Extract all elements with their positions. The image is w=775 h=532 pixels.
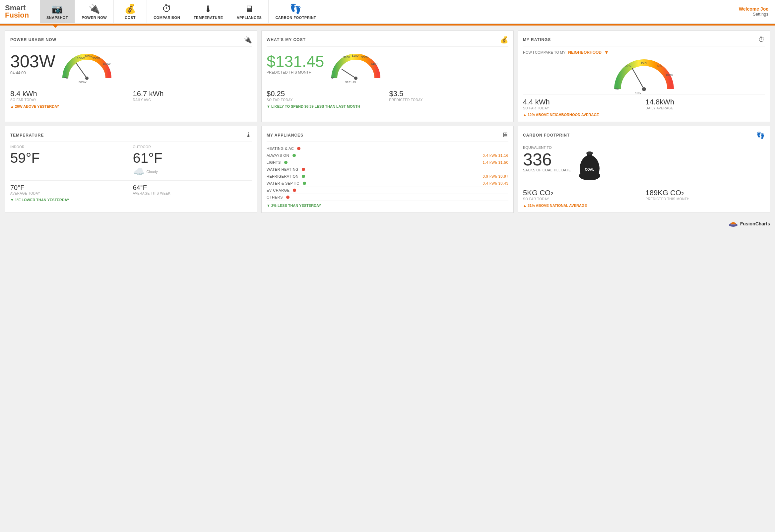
chevron-down-icon[interactable]: ▼ (604, 50, 609, 55)
nav-item-power-now[interactable]: 🔌 POWER NOW (75, 0, 114, 23)
ratings-daily-avg-value: 14.8kWh (646, 98, 765, 106)
nav-label-snapshot: SNAPSHOT (46, 16, 68, 20)
appliance-name: ALWAYS ON (267, 153, 289, 157)
svg-text:0%: 0% (615, 88, 619, 91)
carbon-so-far: 5KG CO₂ SO FAR TODAY (523, 189, 642, 201)
svg-text:$300: $300 (361, 56, 368, 59)
cost-so-far-label: SO FAR TODAY (267, 98, 386, 102)
appliances-icon: 🖥 (244, 3, 254, 14)
coal-bag-svg: COAL (576, 151, 604, 181)
ratings-daily-avg: 14.8kWh DAILY AVERAGE (646, 98, 765, 110)
power-panel-title: POWER USAGE NOW (10, 37, 56, 42)
ratings-alert: ▲ 12% ABOVE NEIGHBORHOOD AVERAGE (523, 113, 765, 117)
camera-icon: 📷 (51, 3, 63, 14)
carbon-predicted-value: 189KG CO₂ (646, 189, 765, 197)
cost-predicted-label: PREDICTED THIS MONTH (267, 70, 324, 74)
power-gauge-row: 303W 04:44:00 (10, 50, 252, 81)
appliance-dot-red (286, 196, 289, 199)
svg-text:100%: 100% (666, 73, 673, 77)
appliances-panel-icon: 🖥 (502, 131, 508, 139)
temp-avg-grid: 70°F AVERAGE TODAY 64°F AVERAGE THIS WEE… (10, 184, 252, 195)
svg-text:$200: $200 (352, 54, 358, 57)
nav-label-temperature: TEMPERATURE (194, 16, 223, 20)
list-item: OTHERS (267, 194, 508, 201)
coal-bag-container: COAL (576, 151, 604, 182)
logo: Smart Fusion (0, 1, 40, 22)
ratings-daily-avg-label: DAILY AVERAGE (646, 106, 765, 110)
appliances-panel-header: MY APPLIANCES 🖥 (267, 131, 508, 142)
nav-item-carbon[interactable]: 👣 CARBON FOOTPRINT (268, 0, 323, 23)
power-value: 303W (10, 53, 55, 70)
appliances-panel: MY APPLIANCES 🖥 HEATING & AC ALWAYS ON 0… (261, 126, 514, 213)
cost-icon: 💰 (124, 3, 136, 14)
appliance-dot-green (302, 175, 305, 178)
nav-label-comparison: COMPARISON (153, 16, 180, 20)
temp-divider (10, 180, 252, 181)
user-section: Welcome Joe Settings (732, 3, 775, 20)
carbon-number: 336 (523, 151, 571, 168)
temp-outdoor-value: 61°F (133, 150, 252, 166)
appliance-name: REFRIGERATION (267, 174, 298, 178)
main-grid: POWER USAGE NOW 🔌 303W 04:44:00 (0, 26, 775, 218)
appliance-name: WATER & SEPTIC (267, 181, 299, 185)
comparison-icon: ⏱ (162, 3, 171, 14)
nav-label-carbon: CARBON FOOTPRINT (275, 16, 316, 20)
appliance-dot-red (297, 147, 300, 150)
temp-grid: INDOOR 59°F OUTDOOR 61°F ☁️ Cloudy (10, 145, 252, 177)
appliance-name: WATER HEATING (267, 167, 298, 171)
footer-brand: FusionCharts (740, 221, 770, 226)
svg-point-1 (85, 77, 89, 80)
appliance-list: HEATING & AC ALWAYS ON 0.4 kWh $1.16 LIG… (267, 145, 508, 201)
svg-text:COAL: COAL (585, 168, 594, 171)
appliance-name: OTHERS (267, 195, 283, 199)
svg-text:303W: 303W (79, 81, 87, 84)
svg-point-17 (642, 87, 646, 91)
user-settings[interactable]: Settings (739, 12, 768, 17)
cost-panel: WHAT'S MY COST 💰 $131.45 PREDICTED THIS … (261, 30, 514, 122)
svg-line-8 (342, 69, 356, 78)
power-panel: POWER USAGE NOW 🔌 303W 04:44:00 (5, 30, 257, 122)
carbon-row: 336 SACKS OF COAL TILL DATE COAL (523, 151, 765, 182)
temp-avg-today-value: 70°F (10, 184, 130, 192)
outdoor-condition: Cloudy (147, 170, 158, 174)
temp-alert: ▼ 1°F LOWER THAN YESTERDAY (10, 198, 252, 202)
svg-line-0 (76, 63, 87, 78)
power-stats: 8.4 kWh SO FAR TODAY 16.7 kWh DAILY AVG (10, 86, 252, 102)
list-item: EV CHARGE (267, 187, 508, 194)
svg-text:200W: 200W (85, 55, 92, 58)
appliance-dot-red (293, 189, 296, 192)
nav-item-appliances[interactable]: 🖥 APPLIANCES (230, 0, 269, 23)
nav-item-snapshot[interactable]: 📷 SNAPSHOT (40, 0, 75, 23)
power-so-far-value: 8.4 kWh (10, 89, 130, 98)
list-item: REFRIGERATION 0.9 kWh $0.97 (267, 173, 508, 180)
svg-text:100W: 100W (77, 57, 85, 60)
svg-text:$400: $400 (371, 62, 377, 66)
ratings-dropdown[interactable]: NEIGHBORHOOD (568, 50, 602, 55)
appliance-dot-red (302, 168, 305, 171)
logo-smart: Smart (5, 4, 35, 12)
ratings-sub: HOW I COMPARE TO MY NEIGHBORHOOD ▼ (523, 50, 765, 55)
nav-item-temperature[interactable]: 🌡 TEMPERATURE (187, 0, 230, 23)
carbon-alert: ▲ 31% ABOVE NATIONAL AVERAGE (523, 204, 765, 207)
svg-line-16 (632, 69, 644, 89)
temp-panel-header: TEMPERATURE 🌡 (10, 131, 252, 142)
temp-indoor-value: 59°F (10, 150, 130, 166)
temperature-panel: TEMPERATURE 🌡 INDOOR 59°F OUTDOOR 61°F ☁… (5, 126, 257, 213)
svg-text:61%: 61% (635, 91, 641, 95)
ratings-panel-header: MY RATINGS ⏱ (523, 36, 765, 46)
orange-bar (0, 24, 775, 26)
cost-panel-header: WHAT'S MY COST 💰 (267, 36, 508, 47)
carbon-so-far-label: SO FAR TODAY (523, 197, 642, 201)
nav-item-cost[interactable]: 💰 COST (114, 0, 147, 23)
power-so-far-label: SO FAR TODAY (10, 98, 130, 102)
appliance-kwh: 0.4 kWh $0.43 (483, 181, 508, 185)
temp-outdoor-label: OUTDOOR (133, 145, 252, 149)
svg-text:400W: 400W (103, 62, 111, 66)
list-item: ALWAYS ON 0.4 kWh $1.16 (267, 152, 508, 159)
power-value-block: 303W 04:44:00 (10, 53, 55, 79)
appliances-panel-title: MY APPLIANCES (267, 133, 303, 138)
cost-panel-icon: 💰 (500, 36, 508, 44)
carbon-predicted-label: PREDICTED THIS MONTH (646, 197, 765, 201)
nav-item-comparison[interactable]: ⏱ COMPARISON (147, 0, 187, 23)
logo-fusion: Fusion (5, 12, 35, 19)
